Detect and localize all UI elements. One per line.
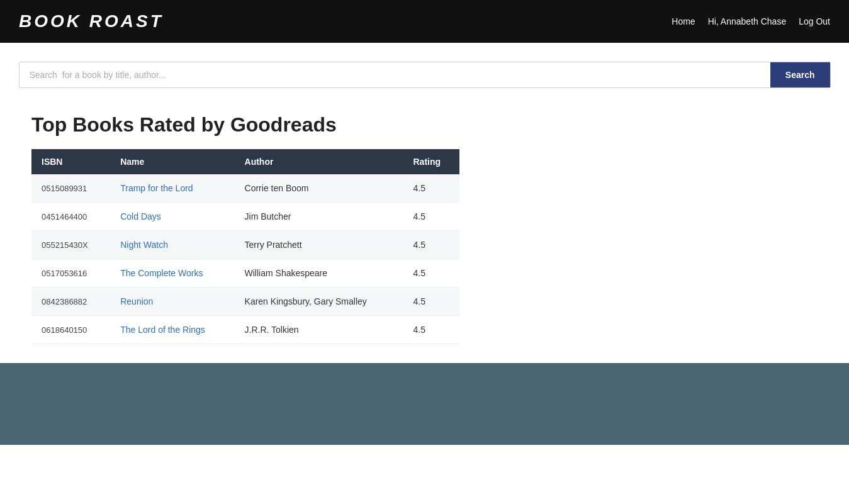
cell-rating: 4.5 (403, 316, 459, 344)
search-input[interactable] (20, 62, 770, 87)
cell-rating: 4.5 (403, 231, 459, 259)
cell-name[interactable]: Cold Days (110, 203, 234, 231)
cell-rating: 4.5 (403, 174, 459, 203)
col-rating: Rating (403, 149, 459, 174)
table-body: 0515089931Tramp for the LordCorrie ten B… (31, 174, 459, 344)
main-content: Top Books Rated by Goodreads ISBN Name A… (0, 94, 849, 363)
cell-author: J.R.R. Tolkien (235, 316, 403, 344)
user-greeting: Hi, Annabeth Chase (708, 16, 787, 26)
nav-home-link[interactable]: Home (672, 16, 695, 26)
cell-author: Karen Kingsbury, Gary Smalley (235, 288, 403, 316)
col-name: Name (110, 149, 234, 174)
section-title: Top Books Rated by Goodreads (31, 113, 818, 137)
table-header-row: ISBN Name Author Rating (31, 149, 459, 174)
col-author: Author (235, 149, 403, 174)
col-isbn: ISBN (31, 149, 110, 174)
table-row: 0618640150The Lord of the RingsJ.R.R. To… (31, 316, 459, 344)
cell-author: Terry Pratchett (235, 231, 403, 259)
logo: BOOK ROAST (19, 11, 164, 31)
cell-isbn: 0842386882 (31, 288, 110, 316)
table-row: 055215430XNight WatchTerry Pratchett4.5 (31, 231, 459, 259)
cell-rating: 4.5 (403, 288, 459, 316)
book-title-link[interactable]: The Complete Works (120, 268, 203, 278)
books-table: ISBN Name Author Rating 0515089931Tramp … (31, 149, 459, 344)
cell-author: Jim Butcher (235, 203, 403, 231)
table-row: 0515089931Tramp for the LordCorrie ten B… (31, 174, 459, 203)
cell-rating: 4.5 (403, 259, 459, 288)
book-title-link[interactable]: Cold Days (120, 211, 161, 221)
cell-isbn: 0618640150 (31, 316, 110, 344)
cell-isbn: 055215430X (31, 231, 110, 259)
table-header: ISBN Name Author Rating (31, 149, 459, 174)
book-title-link[interactable]: Night Watch (120, 240, 168, 250)
cell-isbn: 0515089931 (31, 174, 110, 203)
table-row: 0517053616The Complete WorksWilliam Shak… (31, 259, 459, 288)
cell-isbn: 0451464400 (31, 203, 110, 231)
header: BOOK ROAST Home Hi, Annabeth Chase Log O… (0, 0, 849, 43)
cell-rating: 4.5 (403, 203, 459, 231)
book-title-link[interactable]: Tramp for the Lord (120, 183, 193, 193)
table-row: 0842386882ReunionKaren Kingsbury, Gary S… (31, 288, 459, 316)
cell-isbn: 0517053616 (31, 259, 110, 288)
cell-name[interactable]: Reunion (110, 288, 234, 316)
cell-author: Corrie ten Boom (235, 174, 403, 203)
cell-name[interactable]: The Complete Works (110, 259, 234, 288)
cell-author: William Shakespeare (235, 259, 403, 288)
search-button[interactable]: Search (770, 62, 830, 87)
footer (0, 363, 849, 445)
search-form: Search (19, 62, 831, 88)
cell-name[interactable]: Tramp for the Lord (110, 174, 234, 203)
book-title-link[interactable]: Reunion (120, 296, 153, 306)
book-title-link[interactable]: The Lord of the Rings (120, 325, 205, 335)
nav-logout-link[interactable]: Log Out (799, 16, 830, 26)
search-section: Search (0, 43, 849, 94)
navigation: Home Hi, Annabeth Chase Log Out (672, 16, 830, 26)
table-row: 0451464400Cold DaysJim Butcher4.5 (31, 203, 459, 231)
cell-name[interactable]: The Lord of the Rings (110, 316, 234, 344)
cell-name[interactable]: Night Watch (110, 231, 234, 259)
